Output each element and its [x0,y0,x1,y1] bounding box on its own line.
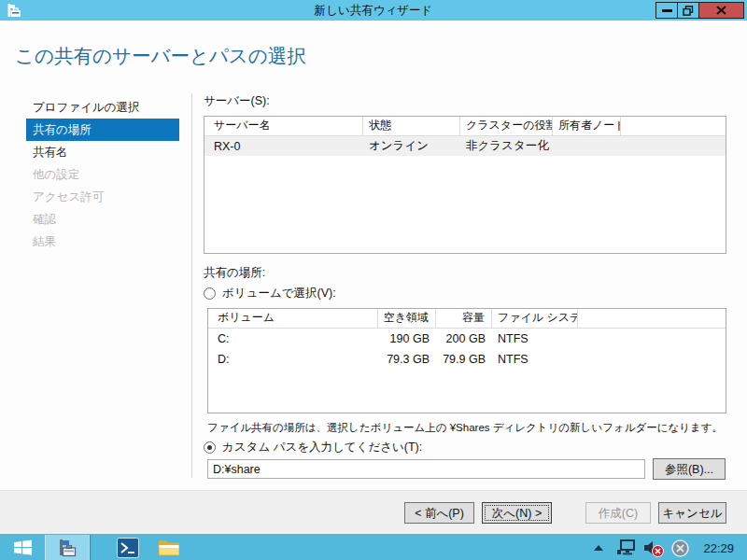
restore-icon [683,6,694,16]
col-status[interactable]: 状態 [363,117,460,135]
minimize-icon [662,9,672,12]
taskbar: 22:29 [0,534,747,560]
free-space-cell: 79.3 GB [378,353,436,366]
server-name-cell: RX-0 [204,140,363,153]
select-by-volume-label: ボリュームで選択(V): [222,286,336,301]
wizard-steps: プロファイルの選択 共有の場所 共有名 他の設定 アクセス許可 確認 結果 [26,96,179,253]
server-table-header: サーバー名 状態 クラスターの役割 所有者ノード [204,117,726,136]
step-profile[interactable]: プロファイルの選択 [26,96,179,119]
col-free-space[interactable]: 空き領域 [378,309,436,328]
status-circle-x-icon[interactable] [670,539,690,558]
col-server-name[interactable]: サーバー名 [204,117,363,135]
file-explorer-icon [158,539,180,557]
volume-table-header: ボリューム 空き領域 容量 ファイル システム [208,309,726,329]
server-row[interactable]: RX-0 オンライン 非クラスター化 [204,136,726,156]
volume-row-c[interactable]: C: 190 GB 200 GB NTFS [208,329,726,349]
capacity-cell: 79.9 GB [436,353,492,366]
server-status-cell: オンライン [363,138,460,154]
cancel-button[interactable]: キャンセル [658,502,726,524]
col-empty [578,309,726,328]
server-manager-icon [58,539,77,557]
file-explorer-taskbar-button[interactable] [148,535,190,560]
capacity-cell: 200 GB [436,332,492,345]
system-tray: 22:29 [594,535,747,560]
volume-cell: D: [208,353,378,366]
volume-cell: C: [208,332,378,345]
col-file-system[interactable]: ファイル システム [492,309,578,328]
col-owner-node[interactable]: 所有者ノード [553,117,621,135]
start-button[interactable] [0,535,45,560]
main-panel: サーバー(S): サーバー名 状態 クラスターの役割 所有者ノード RX-0 オ… [204,93,726,480]
volume-row-d[interactable]: D: 79.3 GB 79.9 GB NTFS [208,349,726,370]
custom-path-radio[interactable] [204,441,216,454]
step-share-location[interactable]: 共有の場所 [26,119,179,141]
screen: 新しい共有ウィザード この共有のサーバーとパスの選択 プロファイルの選択 共有の… [0,0,747,560]
col-volume[interactable]: ボリューム [208,309,378,328]
share-location-label: 共有の場所: [204,265,726,281]
col-capacity[interactable]: 容量 [436,309,492,328]
file-system-cell: NTFS [492,332,578,345]
next-button[interactable]: 次へ(N) > [482,502,552,524]
wizard-footer: < 前へ(P) 次へ(N) > 作成(C) キャンセル [0,490,747,534]
custom-path-label: カスタム パスを入力してください(T): [222,440,422,455]
custom-path-input[interactable] [207,459,645,479]
select-by-volume-radio[interactable] [204,287,216,300]
minimize-button[interactable] [655,2,677,19]
powershell-taskbar-button[interactable] [107,535,148,560]
taskbar-separator [90,535,91,560]
powershell-icon [117,538,139,558]
free-space-cell: 190 GB [378,332,436,345]
server-manager-taskbar-button[interactable] [45,535,90,560]
close-button[interactable] [698,2,744,19]
hidden-icons-arrow[interactable] [594,545,603,551]
volume-table: ボリューム 空き領域 容量 ファイル システム C: 190 GB 200 GB… [207,308,726,413]
volume-muted-icon[interactable] [642,539,665,558]
file-system-cell: NTFS [492,353,578,366]
custom-path-option: カスタム パスを入力してください(T): [204,440,726,455]
browse-button[interactable]: 参照(B)... [653,458,726,480]
network-icon[interactable] [616,539,637,557]
sidebar-divider [191,93,192,478]
page-title: この共有のサーバーとパスの選択 [15,43,306,69]
col-cluster-role[interactable]: クラスターの役割 [460,117,553,135]
titlebar: 新しい共有ウィザード [0,0,747,21]
col-empty [621,117,726,135]
taskbar-clock[interactable]: 22:29 [703,541,734,555]
create-button[interactable]: 作成(C) [585,502,651,524]
restore-button[interactable] [677,2,698,19]
select-by-volume-option: ボリュームで選択(V): [204,286,726,301]
step-other-settings: 他の設定 [26,163,179,186]
window-controls [655,2,744,19]
close-icon [716,6,726,15]
window-title: 新しい共有ウィザード [0,0,747,21]
server-list-label: サーバー(S): [204,93,726,109]
back-button[interactable]: < 前へ(P) [404,502,474,524]
shares-directory-note: ファイル共有の場所は、選択したボリューム上の ¥Shares ディレクトリの新し… [207,421,726,435]
start-icon [13,539,33,556]
step-permissions: アクセス許可 [26,186,179,208]
custom-path-row: 参照(B)... [207,459,726,480]
step-confirmation: 確認 [26,208,179,231]
server-cluster-role-cell: 非クラスター化 [460,138,553,154]
step-results: 結果 [26,231,179,253]
step-share-name[interactable]: 共有名 [26,141,179,163]
server-table: サーバー名 状態 クラスターの役割 所有者ノード RX-0 オンライン 非クラス… [204,116,726,254]
